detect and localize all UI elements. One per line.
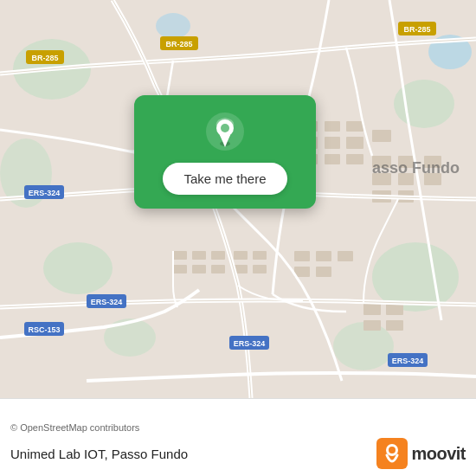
svg-text:asso Fundo: asso Fundo (372, 159, 460, 177)
svg-rect-37 (234, 251, 248, 260)
svg-rect-42 (316, 251, 331, 261)
map-container: BR-285 BR-285 BR-285 ERS-324 ERS-324 ERS… (0, 0, 476, 398)
moovit-text: moovit (411, 444, 466, 464)
svg-rect-45 (316, 267, 331, 277)
svg-rect-21 (325, 154, 340, 164)
svg-point-74 (389, 447, 396, 453)
bottom-bar: © OpenStreetMap contributors Unimed Lab … (0, 398, 476, 476)
svg-text:ERS-324: ERS-324 (234, 339, 266, 348)
svg-text:BR-285: BR-285 (31, 54, 58, 62)
svg-rect-36 (211, 265, 225, 273)
moovit-logo: moovit (376, 438, 466, 469)
svg-rect-41 (294, 251, 310, 261)
svg-rect-49 (386, 320, 403, 331)
bottom-info-row: Unimed Lab IOT, Passo Fundo moovit (10, 438, 466, 469)
svg-text:ERS-324: ERS-324 (91, 298, 123, 306)
svg-rect-46 (363, 303, 381, 315)
place-name: Unimed Lab IOT, Passo Fundo (10, 447, 188, 461)
svg-rect-17 (346, 137, 363, 149)
svg-text:ERS-324: ERS-324 (392, 357, 424, 365)
location-pin-icon (204, 111, 246, 152)
svg-text:ERS-324: ERS-324 (29, 189, 61, 197)
moovit-brand-icon (376, 438, 408, 469)
location-card: Take me there (134, 95, 316, 209)
svg-text:RSC-153: RSC-153 (28, 325, 60, 334)
map-attribution: © OpenStreetMap contributors (10, 422, 466, 433)
svg-rect-32 (192, 251, 206, 260)
svg-rect-16 (346, 121, 363, 132)
svg-rect-40 (253, 265, 267, 273)
svg-rect-31 (173, 251, 187, 260)
svg-rect-18 (372, 130, 391, 142)
svg-text:BR-285: BR-285 (403, 25, 430, 34)
svg-rect-38 (253, 251, 267, 260)
svg-point-4 (43, 242, 113, 294)
svg-rect-22 (346, 154, 363, 164)
svg-point-9 (156, 13, 190, 39)
svg-rect-15 (325, 137, 340, 149)
svg-rect-48 (363, 320, 381, 331)
svg-rect-43 (338, 251, 353, 261)
svg-rect-14 (325, 121, 340, 132)
svg-text:BR-285: BR-285 (165, 40, 192, 48)
take-me-there-button[interactable]: Take me there (163, 163, 286, 195)
svg-rect-33 (211, 251, 225, 260)
svg-rect-34 (173, 265, 187, 273)
svg-rect-35 (192, 265, 206, 273)
